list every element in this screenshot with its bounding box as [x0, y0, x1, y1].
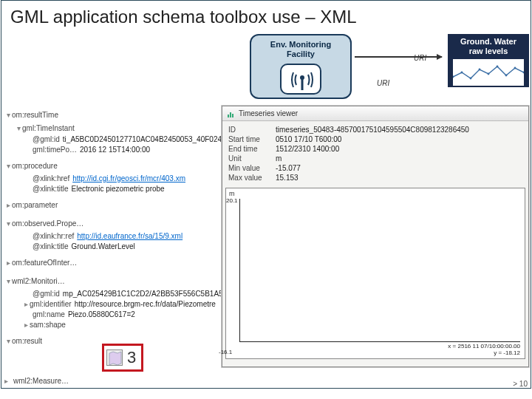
cursor-readout: x = 2516 11 07/10:00:00.00 y = -18.12: [448, 344, 520, 357]
timeseries-chart[interactable]: m 20.1 -16.1 x = 2516 11 07/10:00:00.00 …: [225, 188, 525, 359]
svg-point-7: [497, 66, 499, 68]
timeseries-viewer-window[interactable]: Timeseries viewer IDtimeseries_50483-485…: [222, 106, 529, 367]
timeseries-meta: IDtimeseries_50483-485700175104595504C80…: [222, 121, 528, 185]
tree-expand-icon[interactable]: ▸: [4, 377, 12, 385]
tree-attr: @gml:id: [33, 135, 60, 143]
page-number-box: 3: [102, 344, 143, 372]
meta-key: Min value: [228, 164, 276, 172]
meta-value: 1512/2310 1400:00: [276, 145, 339, 153]
tree-link[interactable]: http://id.eaufrance.fr/sa/15/9.xml: [77, 232, 183, 240]
tree-node[interactable]: om:parameter: [12, 201, 58, 209]
meta-value: timeseries_50483-485700175104595504C8098…: [276, 126, 469, 134]
meta-value: 15.153: [276, 174, 299, 182]
gw-title-line1: Ground. Water: [448, 37, 529, 47]
uri-label-bottom: URI: [377, 79, 389, 87]
tree-attr: @xlink:title: [33, 242, 69, 250]
tree-attr: @xlink:href: [33, 174, 69, 183]
slide-title: GML application schema toolbox use – XML: [10, 7, 357, 27]
mini-chart: [453, 59, 524, 86]
meta-value: m: [276, 154, 282, 163]
tree-expand-icon[interactable]: ▸: [4, 259, 12, 267]
tree-attr: @gml:id: [33, 290, 60, 298]
tree-collapse-icon[interactable]: ▾: [4, 337, 12, 345]
tree-node[interactable]: wml2:Monitori…: [12, 277, 65, 285]
tree-collapse-icon[interactable]: ▾: [4, 219, 12, 228]
tree-expand-icon[interactable]: ▸: [22, 300, 30, 308]
svg-rect-12: [230, 112, 231, 117]
tree-attr: gml:name: [33, 310, 65, 318]
tree-node[interactable]: om:featureOfInter…: [12, 259, 77, 267]
env-title-line1: Env. Monitoring: [251, 40, 350, 50]
tree-attr-value: http://resource.brgm-rec.fr/data/Piezome…: [75, 300, 216, 308]
map-icon: [106, 349, 123, 366]
meta-key: Start time: [228, 135, 276, 143]
gw-title-line2: raw levels: [448, 47, 529, 56]
tree-collapse-icon[interactable]: ▾: [4, 277, 12, 285]
tree-attr-value: ti_A5BC0D2450127710AC04B2450053_40F0240B…: [63, 135, 243, 143]
tree-node[interactable]: om:resultTime: [12, 111, 58, 119]
tree-attr: gml:identifier: [30, 300, 72, 308]
tree-node[interactable]: om:result: [12, 337, 42, 345]
tree-attr: @xlink:hr:ref: [33, 232, 74, 240]
svg-point-5: [479, 69, 481, 71]
meta-key: Unit: [228, 154, 276, 163]
svg-point-6: [488, 73, 490, 75]
env-monitoring-box: Env. Monitoring Facility: [250, 34, 352, 99]
env-title-line2: Facility: [251, 50, 350, 59]
chart-icon: [227, 109, 236, 118]
svg-point-8: [505, 75, 508, 77]
tree-attr-value: mp_AC025429B1C1C2D2/A2BB53F556C5B1A5: [63, 290, 223, 298]
plot-area: [240, 199, 520, 341]
meta-key: Max value: [228, 174, 276, 182]
tree-attr-value: Ground.WaterLevel: [72, 242, 135, 250]
tree-attr-value: Piezo.05880C617=2: [68, 310, 135, 318]
svg-point-3: [461, 72, 463, 74]
tree-node[interactable]: gml:TimeInstant: [22, 124, 75, 132]
meta-key: ID: [228, 126, 276, 134]
svg-rect-1: [301, 78, 304, 90]
xml-tree[interactable]: ▾om:resultTime ▾gml:TimeInstant @gml:idt…: [4, 108, 216, 352]
y-tick: 20.1: [226, 197, 238, 204]
svg-rect-11: [228, 115, 229, 117]
tree-attr-value: 2016 12 15T14:00:00: [80, 146, 150, 154]
tree-collapse-icon[interactable]: ▾: [15, 124, 22, 132]
x-axis: [239, 341, 520, 342]
uri-arrow-right: [355, 56, 442, 58]
page-number: 3: [127, 348, 136, 367]
svg-point-4: [470, 78, 472, 80]
meta-value: -15.077: [276, 164, 301, 172]
chart-ylabel: m: [229, 190, 235, 197]
x-left-label: -16.1: [219, 349, 232, 355]
tree-expand-icon[interactable]: ▸: [22, 321, 30, 329]
svg-point-9: [514, 67, 516, 69]
uri-label-top: URI: [414, 54, 426, 62]
tree-link[interactable]: http://id.cgi.fr/geosci.fr/mcr/403.xm: [72, 174, 185, 183]
tree-node[interactable]: wml2:Measure…: [13, 377, 69, 385]
tree-collapse-icon[interactable]: ▾: [4, 162, 12, 170]
window-title: Timeseries viewer: [239, 109, 298, 117]
tree-node[interactable]: sam:shape: [30, 321, 66, 329]
svg-rect-13: [232, 114, 233, 117]
tree-bottom-row[interactable]: ▸ wml2:Measure…: [4, 377, 69, 385]
meta-value: 0510 17/10 T600:00: [276, 135, 341, 143]
footer-page-number: > 10: [513, 380, 528, 388]
tree-node[interactable]: om:observed.Prope…: [12, 219, 83, 228]
slide-frame: GML application schema toolbox use – XML…: [1, 0, 531, 389]
tree-attr: @xlink:title: [33, 185, 69, 193]
tree-node[interactable]: om:procedure: [12, 162, 58, 170]
window-titlebar[interactable]: Timeseries viewer: [222, 106, 528, 121]
tree-collapse-icon[interactable]: ▾: [4, 111, 12, 119]
tree-expand-icon[interactable]: ▸: [4, 201, 12, 209]
tree-attr: gml:timePo…: [33, 146, 77, 154]
meta-key: End time: [228, 145, 276, 153]
antenna-icon: [280, 64, 321, 95]
tree-attr-value: Electronic piezometric probe: [72, 185, 165, 193]
groundwater-box: Ground. Water raw levels: [448, 34, 529, 87]
